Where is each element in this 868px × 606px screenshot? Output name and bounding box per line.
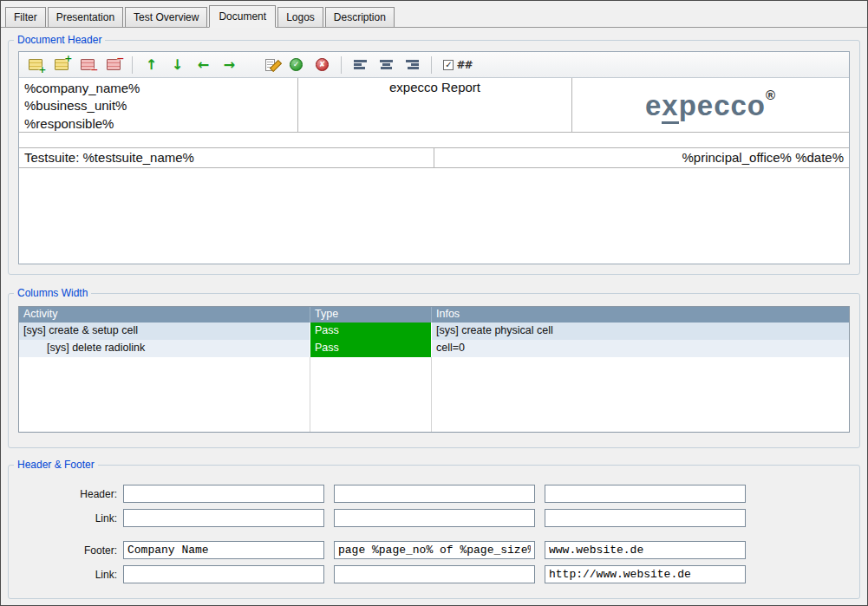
toggle-grid-numbers-button[interactable]: ✓ ## xyxy=(439,55,477,75)
columns-width-group: Columns Width Activity Type Infos [sys] … xyxy=(8,287,860,448)
up-arrow-icon: ↑ xyxy=(146,56,157,73)
table-add-column-icon: + xyxy=(55,59,69,70)
header-right-input[interactable] xyxy=(545,485,746,503)
logo-cell[interactable]: expecco® xyxy=(572,78,849,132)
infos-cell: cell=0 xyxy=(432,340,849,357)
edit-cell-button[interactable] xyxy=(258,55,282,75)
move-left-button[interactable]: ← xyxy=(192,55,215,75)
move-right-button[interactable]: → xyxy=(218,55,241,75)
document-header-panel: + + − − ↑ ↓ ← → ✓ ✘ xyxy=(18,51,850,264)
preview-row-2: Testsuite: %testsuite_name% %principal_o… xyxy=(19,147,849,168)
header-center-input[interactable] xyxy=(334,485,535,503)
header-label: Header: xyxy=(9,488,123,500)
responsible-line: %responsible% xyxy=(24,115,292,133)
footer-link-row: Link: xyxy=(9,565,859,583)
business-unit-line: %business_unit% xyxy=(24,97,292,114)
header-row: Header: xyxy=(9,485,859,503)
testsuite-text: Testsuite: %testsuite_name% xyxy=(24,150,194,165)
align-left-icon xyxy=(354,59,367,70)
office-date-cell[interactable]: %principal_office% %date% xyxy=(434,148,850,167)
tab-document[interactable]: Document xyxy=(209,5,276,28)
report-header-preview: %company_name% %business_unit% %responsi… xyxy=(19,78,849,264)
footer-link-label: Link: xyxy=(9,569,123,581)
tab-filter[interactable]: Filter xyxy=(5,7,46,27)
table-delete-column-icon: − xyxy=(107,59,121,70)
table-add-row-icon: + xyxy=(29,59,42,70)
header-link-label: Link: xyxy=(9,512,123,525)
columns-preview-table: Activity Type Infos [sys] create & setup… xyxy=(18,306,850,433)
company-name-line: %company_name% xyxy=(24,80,292,97)
ok-icon: ✓ xyxy=(290,58,303,71)
left-arrow-icon: ← xyxy=(198,56,209,73)
testsuite-cell[interactable]: Testsuite: %testsuite_name% xyxy=(19,148,434,167)
empty-activity-column xyxy=(19,357,310,432)
header-left-input[interactable] xyxy=(123,485,324,503)
column-header-type[interactable]: Type xyxy=(310,307,432,323)
report-title-cell[interactable]: expecco Report xyxy=(298,78,572,132)
align-right-icon xyxy=(406,59,419,70)
type-cell-pass: Pass xyxy=(310,323,432,340)
tab-description[interactable]: Description xyxy=(325,7,395,27)
footer-link-center-input[interactable] xyxy=(334,565,535,583)
footer-link-right-input[interactable] xyxy=(545,565,746,583)
header-footer-group-title: Header & Footer xyxy=(14,459,98,471)
checkbox-icon: ✓ xyxy=(443,60,454,70)
footer-right-input[interactable] xyxy=(545,541,746,559)
cancel-icon: ✘ xyxy=(316,58,329,71)
align-center-button[interactable] xyxy=(375,55,398,75)
grid-hash-icon: ## xyxy=(456,59,472,71)
company-cell[interactable]: %company_name% %business_unit% %responsi… xyxy=(19,78,298,132)
table-empty-area xyxy=(19,357,849,432)
office-date-text: %principal_office% %date% xyxy=(682,150,845,165)
toolbar-separator xyxy=(431,56,432,74)
toolbar-separator xyxy=(132,56,133,74)
accept-button[interactable]: ✓ xyxy=(284,55,308,75)
table-delete-row-icon: − xyxy=(81,59,95,70)
move-down-button[interactable]: ↓ xyxy=(166,55,189,75)
document-header-group-title: Document Header xyxy=(14,34,105,46)
settings-window: Filter Presentation Test Overview Docume… xyxy=(0,0,868,606)
column-header-activity[interactable]: Activity xyxy=(19,307,310,323)
footer-label: Footer: xyxy=(9,544,123,557)
tab-logos[interactable]: Logos xyxy=(277,7,323,27)
tab-test-overview[interactable]: Test Overview xyxy=(125,7,207,27)
header-link-left-input[interactable] xyxy=(123,509,324,527)
expecco-logo: expecco® xyxy=(645,88,776,122)
header-link-center-input[interactable] xyxy=(334,509,535,527)
table-row[interactable]: [sys] delete radiolink Pass cell=0 xyxy=(19,340,849,357)
cancel-button[interactable]: ✘ xyxy=(310,55,334,75)
table-header-row: Activity Type Infos xyxy=(19,307,849,323)
registered-mark: ® xyxy=(766,88,776,102)
move-up-button[interactable]: ↑ xyxy=(140,55,163,75)
activity-cell: [sys] delete radiolink xyxy=(19,340,310,357)
preview-gap xyxy=(19,133,849,147)
activity-cell: [sys] create & setup cell xyxy=(19,323,310,340)
document-header-toolbar: + + − − ↑ ↓ ← → ✓ ✘ xyxy=(19,52,849,78)
tab-bar: Filter Presentation Test Overview Docume… xyxy=(1,1,867,28)
header-footer-group: Header & Footer Header: Link: Footer: xyxy=(8,459,860,599)
report-title-text: expecco Report xyxy=(389,80,480,94)
header-footer-form: Header: Link: Footer: Link: xyxy=(9,471,859,583)
footer-row: Footer: xyxy=(9,541,859,559)
align-center-icon xyxy=(380,59,393,70)
header-link-row: Link: xyxy=(9,509,859,527)
add-table-row-button[interactable]: + xyxy=(23,55,47,75)
infos-cell: [sys] create physical cell xyxy=(432,323,849,340)
footer-center-input[interactable] xyxy=(334,541,535,559)
align-right-button[interactable] xyxy=(401,55,424,75)
footer-link-left-input[interactable] xyxy=(123,565,324,583)
type-cell-pass: Pass xyxy=(310,340,432,357)
column-header-infos[interactable]: Infos xyxy=(432,307,849,323)
add-table-column-button[interactable]: + xyxy=(49,55,73,75)
align-left-button[interactable] xyxy=(349,55,372,75)
delete-table-column-button[interactable]: − xyxy=(101,55,125,75)
edit-pencil-icon xyxy=(265,59,275,71)
columns-width-group-title: Columns Width xyxy=(14,287,91,299)
footer-left-input[interactable] xyxy=(123,541,324,559)
preview-row-1: %company_name% %business_unit% %responsi… xyxy=(19,78,849,133)
right-arrow-icon: → xyxy=(224,56,235,73)
header-link-right-input[interactable] xyxy=(545,509,746,527)
delete-table-row-button[interactable]: − xyxy=(75,55,99,75)
tab-presentation[interactable]: Presentation xyxy=(48,7,123,27)
table-row[interactable]: [sys] create & setup cell Pass [sys] cre… xyxy=(19,323,849,340)
